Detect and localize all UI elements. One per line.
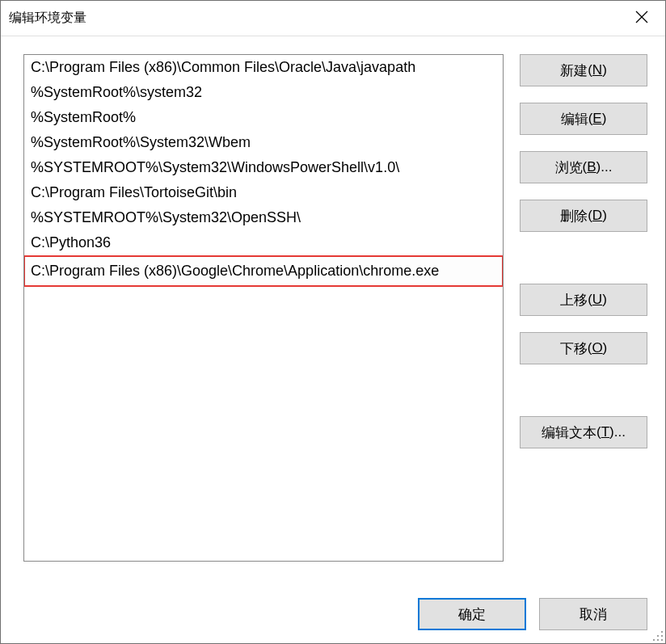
- move-up-button[interactable]: 上移(U): [520, 284, 647, 316]
- list-item[interactable]: C:\Python36: [24, 230, 503, 255]
- delete-button[interactable]: 删除(D): [520, 200, 647, 232]
- button-label: 浏览: [555, 158, 583, 177]
- button-suffix: ...: [614, 424, 626, 440]
- path-listbox[interactable]: C:\Program Files (x86)\Common Files\Orac…: [23, 54, 504, 562]
- button-label: 编辑文本: [542, 423, 596, 442]
- list-item[interactable]: %SystemRoot%\System32\Wbem: [24, 130, 503, 155]
- button-label: 取消: [580, 605, 607, 624]
- list-item[interactable]: %SystemRoot%: [24, 105, 503, 130]
- cancel-button[interactable]: 取消: [539, 598, 647, 630]
- close-icon: [635, 11, 648, 23]
- main-area: C:\Program Files (x86)\Common Files\Orac…: [23, 54, 647, 579]
- spacer: [520, 381, 647, 400]
- edit-text-button[interactable]: 编辑文本(T)...: [520, 416, 647, 448]
- ok-button[interactable]: 确定: [418, 598, 526, 630]
- button-label: 编辑: [561, 110, 588, 128]
- button-accel: E: [592, 111, 601, 127]
- list-item[interactable]: %SYSTEMROOT%\System32\OpenSSH\: [24, 205, 503, 230]
- list-item[interactable]: C:\Program Files\TortoiseGit\bin: [24, 180, 503, 205]
- list-item[interactable]: %SYSTEMROOT%\System32\WindowsPowerShell\…: [24, 155, 503, 180]
- dialog-body: C:\Program Files (x86)\Common Files\Orac…: [1, 36, 665, 643]
- button-accel: B: [587, 159, 596, 175]
- dialog-window: 编辑环境变量 C:\Program Files (x86)\Common Fil…: [0, 0, 666, 644]
- button-accel: N: [592, 62, 602, 78]
- spacer: [520, 248, 647, 267]
- dialog-title: 编辑环境变量: [9, 10, 86, 27]
- dialog-footer: 确定 取消: [23, 598, 647, 630]
- button-accel: D: [592, 208, 602, 224]
- button-label: 确定: [458, 605, 486, 624]
- list-item-selected[interactable]: C:\Program Files (x86)\Google\Chrome\App…: [24, 256, 503, 286]
- button-accel: T: [601, 424, 609, 440]
- title-bar: 编辑环境变量: [1, 1, 665, 36]
- move-down-button[interactable]: 下移(O): [520, 332, 647, 364]
- browse-button[interactable]: 浏览(B)...: [520, 151, 647, 183]
- button-label: 新建: [560, 61, 588, 80]
- button-label: 下移: [560, 339, 588, 358]
- button-suffix: ...: [601, 159, 612, 175]
- edit-button[interactable]: 编辑(E): [520, 103, 647, 135]
- close-button[interactable]: [618, 1, 665, 33]
- list-item[interactable]: %SystemRoot%\system32: [24, 80, 503, 105]
- button-label: 删除: [560, 207, 588, 225]
- button-label: 上移: [560, 291, 588, 309]
- side-button-column: 新建(N) 编辑(E) 浏览(B)... 删除(D) 上移(U) 下移(O): [504, 54, 647, 579]
- new-button[interactable]: 新建(N): [520, 54, 647, 86]
- button-accel: O: [592, 340, 602, 356]
- button-accel: U: [592, 292, 602, 308]
- list-item[interactable]: C:\Program Files (x86)\Common Files\Orac…: [24, 55, 503, 80]
